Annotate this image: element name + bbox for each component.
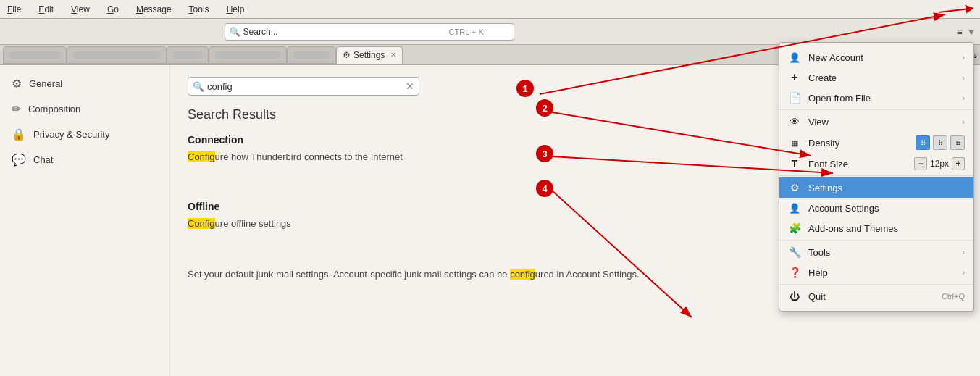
density-label: Density	[808, 138, 908, 149]
dropdown-group-settings: ⚙ Settings 👤 Account Settings 🧩 Add-ons …	[779, 176, 973, 241]
create-arrow: ›	[962, 73, 965, 82]
sidebar: ⚙ General ✏ Composition 🔒 Privacy & Secu…	[0, 65, 170, 376]
dropdown-view[interactable]: 👁 View ›	[779, 112, 973, 132]
composition-icon: ✏	[12, 102, 21, 116]
font-size-controls: − 12px +	[914, 157, 965, 170]
dropdown-tools[interactable]: 🔧 Tools ›	[779, 242, 973, 262]
tab-blurred-2[interactable]	[67, 46, 167, 64]
dropdown-group-quit: ⏻ Quit Ctrl+Q	[779, 285, 973, 308]
quit-icon: ⏻	[788, 290, 801, 303]
font-size-value: 12px	[930, 159, 949, 169]
dropdown-open-from-file[interactable]: 📄 Open from File ›	[779, 88, 973, 108]
account-settings-label: Account Settings	[808, 203, 965, 214]
settings-search-input[interactable]	[207, 81, 403, 92]
dropdown-settings[interactable]: ⚙ Settings	[779, 177, 973, 198]
offline-highlight: Config	[188, 218, 215, 229]
open-file-label: Open from File	[808, 93, 955, 104]
dropdown-font-size[interactable]: T Font Size − 12px +	[779, 154, 973, 174]
settings-search-bar[interactable]: 🔍 ✕	[188, 77, 419, 96]
dropdown-addons[interactable]: 🧩 Add-ons and Themes	[779, 218, 973, 238]
tools-arrow: ›	[962, 248, 965, 256]
view-icon: 👁	[788, 115, 801, 128]
dropdown-group-accounts: 👤 New Account › + Create › 📄 Open from F…	[779, 46, 973, 110]
dropdown-settings-label: Settings	[808, 183, 965, 193]
tab-blurred-1[interactable]	[3, 46, 67, 64]
privacy-icon: 🔒	[12, 128, 26, 141]
dropdown-new-account[interactable]: 👤 New Account ›	[779, 47, 973, 67]
view-label: View	[808, 117, 955, 128]
font-size-increase-button[interactable]: +	[952, 157, 965, 170]
chevron-down-icon[interactable]: ▾	[968, 25, 974, 38]
menu-file[interactable]: File	[3, 3, 25, 16]
dropdown-group-tools: 🔧 Tools › ❓ Help ›	[779, 241, 973, 285]
menu-tools[interactable]: Tools	[185, 3, 214, 16]
density-controls: ⠿ ⠷ ⠶	[916, 135, 965, 150]
settings-search-icon: 🔍	[193, 81, 204, 92]
sidebar-label-privacy: Privacy & Security	[33, 129, 109, 140]
hamburger-button[interactable]: ≡	[954, 25, 966, 39]
font-size-decrease-button[interactable]: −	[914, 157, 927, 170]
dropdown-density[interactable]: ▦ Density ⠿ ⠷ ⠶	[779, 132, 973, 154]
tab-settings[interactable]: ⚙ Settings ✕	[336, 46, 403, 64]
tab-close-button[interactable]: ✕	[390, 51, 396, 59]
sidebar-item-privacy-security[interactable]: 🔒 Privacy & Security	[0, 122, 169, 147]
settings-tab-label: Settings	[353, 50, 385, 60]
tools-label: Tools	[808, 247, 955, 258]
tab-blurred-4[interactable]	[209, 46, 287, 64]
help-arrow: ›	[962, 268, 965, 277]
toolbar: 🔍 CTRL + K ≡ ▾	[0, 19, 980, 45]
sidebar-item-composition[interactable]: ✏ Composition	[0, 96, 169, 122]
clear-search-button[interactable]: ✕	[406, 80, 414, 92]
density-spacious-button[interactable]: ⠶	[950, 135, 965, 150]
tab-blurred-5[interactable]	[287, 46, 336, 64]
new-account-label: New Account	[808, 52, 955, 63]
connection-highlight: Config	[188, 151, 215, 162]
footer-highlight: config	[510, 269, 535, 280]
account-settings-icon: 👤	[788, 201, 801, 214]
dropdown-help[interactable]: ❓ Help ›	[779, 262, 973, 283]
tab-blurred-3[interactable]	[167, 46, 209, 64]
new-account-arrow: ›	[962, 53, 965, 62]
font-size-label: Font Size	[808, 159, 907, 170]
sidebar-item-general[interactable]: ⚙ General	[0, 71, 169, 96]
density-normal-button[interactable]: ⠷	[933, 135, 947, 150]
open-file-icon: 📄	[788, 91, 801, 104]
settings-icon: ⚙	[788, 181, 801, 194]
menu-view[interactable]: View	[67, 3, 94, 16]
search-icon: 🔍	[230, 27, 240, 37]
addons-label: Add-ons and Themes	[808, 223, 965, 234]
settings-tab-icon: ⚙	[343, 50, 351, 60]
global-search-input[interactable]	[243, 27, 446, 37]
new-account-icon: 👤	[788, 51, 801, 64]
addons-icon: 🧩	[788, 222, 801, 235]
dropdown-group-view: 👁 View › ▦ Density ⠿ ⠷ ⠶ T Font Size − 1…	[779, 110, 973, 176]
dropdown-quit[interactable]: ⏻ Quit Ctrl+Q	[779, 286, 973, 306]
sidebar-label-chat: Chat	[33, 154, 53, 165]
tools-icon: 🔧	[788, 246, 801, 259]
dropdown-menu: 👤 New Account › + Create › 📄 Open from F…	[779, 42, 974, 312]
help-icon: ❓	[788, 266, 801, 279]
quit-shortcut: Ctrl+Q	[942, 292, 965, 301]
sidebar-label-general: General	[29, 78, 62, 89]
sidebar-item-chat[interactable]: 💬 Chat	[0, 147, 169, 172]
menu-go[interactable]: Go	[103, 3, 123, 16]
menu-help[interactable]: Help	[222, 3, 249, 16]
menu-bar: File Edit View Go Message Tools Help	[0, 0, 980, 19]
menu-message[interactable]: Message	[132, 3, 176, 16]
density-icon: ▦	[788, 136, 801, 149]
font-size-icon: T	[788, 157, 801, 170]
dropdown-create[interactable]: + Create ›	[779, 67, 973, 88]
chat-icon: 💬	[12, 153, 26, 167]
global-search-bar[interactable]: 🔍 CTRL + K	[225, 23, 514, 41]
density-compact-button[interactable]: ⠿	[916, 135, 930, 150]
view-arrow: ›	[962, 117, 965, 126]
open-file-arrow: ›	[962, 93, 965, 102]
sidebar-label-composition: Composition	[28, 104, 80, 114]
quit-label: Quit	[808, 291, 934, 302]
general-icon: ⚙	[12, 77, 22, 91]
dropdown-account-settings[interactable]: 👤 Account Settings	[779, 198, 973, 218]
search-shortcut: CTRL + K	[449, 28, 484, 36]
create-icon: +	[788, 71, 801, 84]
menu-edit[interactable]: Edit	[34, 3, 58, 16]
help-label: Help	[808, 267, 955, 278]
